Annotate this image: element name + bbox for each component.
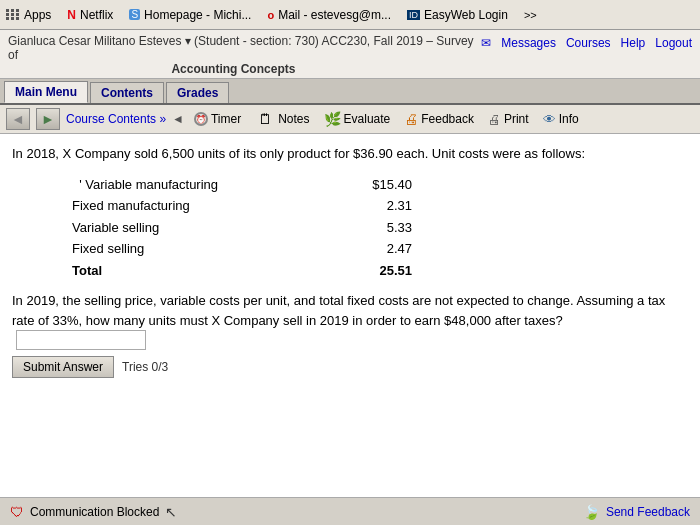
status-right: 🍃 Send Feedback bbox=[583, 504, 690, 520]
courses-link[interactable]: Courses bbox=[566, 36, 611, 50]
leaf-icon: 🌿 bbox=[324, 111, 341, 127]
tab-main-menu[interactable]: Main Menu bbox=[4, 81, 88, 103]
cost-row-variable-mfg: ' Variable manufacturing $15.40 bbox=[72, 174, 412, 196]
prev-page-arrow[interactable]: ◄ bbox=[172, 112, 184, 126]
logout-link[interactable]: Logout bbox=[655, 36, 692, 50]
cost-row-fixed-sell: Fixed selling 2.47 bbox=[72, 238, 412, 260]
submit-row: Submit Answer Tries 0/3 bbox=[12, 356, 688, 378]
notes-icon: 🗒 bbox=[255, 110, 275, 128]
mail-tab-label: Mail - estevesg@m... bbox=[278, 8, 391, 22]
homepage-tab-label: Homepage - Michi... bbox=[144, 8, 251, 22]
student-info-line: Gianluca Cesar Militano Esteves ▾ (Stude… bbox=[8, 34, 481, 62]
tab-netflix[interactable]: N Netflix bbox=[67, 8, 113, 22]
cost-value-total: 25.51 bbox=[352, 261, 412, 281]
cost-label-variable-mfg: ' Variable manufacturing bbox=[72, 175, 272, 195]
easyweb-tab-label: EasyWeb Login bbox=[424, 8, 508, 22]
cost-row-total: Total 25.51 bbox=[72, 260, 412, 282]
cost-row-variable-sell: Variable selling 5.33 bbox=[72, 217, 412, 239]
apps-label: Apps bbox=[24, 8, 51, 22]
feedback-icon: 🖨 bbox=[404, 111, 418, 127]
help-link[interactable]: Help bbox=[621, 36, 646, 50]
cost-label-fixed-mfg: Fixed manufacturing bbox=[72, 196, 272, 216]
cost-label-fixed-sell: Fixed selling bbox=[72, 239, 272, 259]
tab-grades[interactable]: Grades bbox=[166, 82, 229, 103]
cost-table: ' Variable manufacturing $15.40 Fixed ma… bbox=[72, 174, 412, 282]
notes-button[interactable]: 🗒 Notes bbox=[251, 109, 313, 129]
tab-mail[interactable]: o Mail - estevesg@m... bbox=[267, 8, 391, 22]
tab-contents[interactable]: Contents bbox=[90, 82, 164, 103]
apps-button[interactable]: Apps bbox=[6, 8, 51, 22]
info-button[interactable]: 👁 Info bbox=[539, 111, 583, 128]
course-header: Gianluca Cesar Militano Esteves ▾ (Stude… bbox=[0, 30, 700, 79]
header-nav: ✉ Messages Courses Help Logout bbox=[481, 34, 692, 50]
forward-button[interactable]: ► bbox=[36, 108, 60, 130]
info-icon: 👁 bbox=[543, 112, 556, 127]
cost-row-fixed-mfg: Fixed manufacturing 2.31 bbox=[72, 195, 412, 217]
content-area: In 2018, X Company sold 6,500 units of i… bbox=[0, 134, 700, 525]
communication-blocked-label: Communication Blocked bbox=[30, 505, 159, 519]
course-contents-link[interactable]: Course Contents » bbox=[66, 112, 166, 126]
cost-value-variable-sell: 5.33 bbox=[352, 218, 412, 238]
print-icon: 🖨 bbox=[488, 112, 501, 127]
netflix-tab-label: Netflix bbox=[80, 8, 113, 22]
timer-button[interactable]: ⏰ Timer bbox=[190, 111, 245, 127]
submit-answer-button[interactable]: Submit Answer bbox=[12, 356, 114, 378]
more-tabs[interactable]: >> bbox=[524, 9, 537, 21]
cost-label-total: Total bbox=[72, 261, 272, 281]
clock-icon: ⏰ bbox=[194, 112, 208, 126]
send-feedback-icon: 🍃 bbox=[583, 504, 600, 520]
messages-link[interactable]: Messages bbox=[501, 36, 556, 50]
shield-icon: 🛡 bbox=[10, 504, 24, 520]
tries-count: Tries 0/3 bbox=[122, 358, 168, 376]
course-bold-name: Accounting Concepts bbox=[171, 62, 295, 76]
tab-homepage[interactable]: S Homepage - Michi... bbox=[129, 8, 251, 22]
cost-value-fixed-sell: 2.47 bbox=[352, 239, 412, 259]
question-text: In 2019, the selling price, variable cos… bbox=[12, 291, 688, 350]
evaluate-button[interactable]: 🌿 Evaluate bbox=[320, 110, 395, 128]
send-feedback-label[interactable]: Send Feedback bbox=[606, 505, 690, 519]
status-bar: 🛡 Communication Blocked ↖ 🍃 Send Feedbac… bbox=[0, 497, 700, 525]
course-name-line: Accounting Concepts bbox=[8, 62, 481, 76]
paragraph-1: In 2018, X Company sold 6,500 units of i… bbox=[12, 144, 688, 164]
taskbar: Apps N Netflix S Homepage - Michi... o M… bbox=[0, 0, 700, 30]
tab-easyweb[interactable]: ID EasyWeb Login bbox=[407, 8, 508, 22]
status-left: 🛡 Communication Blocked ↖ bbox=[10, 504, 177, 520]
cursor-icon: ↖ bbox=[165, 504, 177, 520]
cost-value-variable-mfg: $15.40 bbox=[352, 175, 412, 195]
print-button[interactable]: 🖨 Print bbox=[484, 111, 533, 128]
cost-label-variable-sell: Variable selling bbox=[72, 218, 272, 238]
cost-value-fixed-mfg: 2.31 bbox=[352, 196, 412, 216]
feedback-button[interactable]: 🖨 Feedback bbox=[400, 110, 478, 128]
main-nav: Main Menu Contents Grades bbox=[0, 79, 700, 105]
back-button[interactable]: ◄ bbox=[6, 108, 30, 130]
messages-icon: ✉ bbox=[481, 36, 491, 50]
answer-input[interactable] bbox=[16, 330, 146, 350]
toolbar: ◄ ► Course Contents » ◄ ⏰ Timer 🗒 Notes … bbox=[0, 105, 700, 134]
